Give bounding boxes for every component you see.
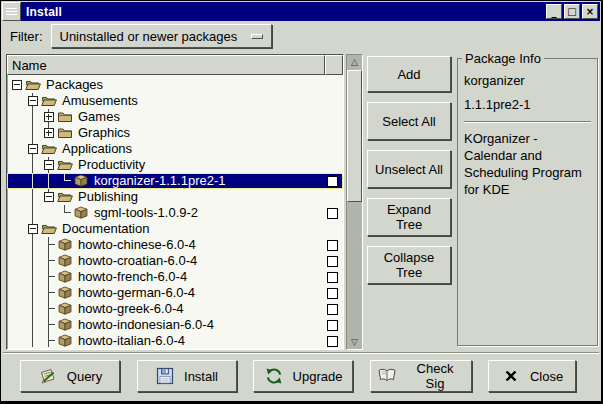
expand-expander-icon[interactable] (41, 125, 57, 141)
scrollbar-thumb[interactable] (347, 70, 362, 202)
close-button[interactable]: Close (488, 360, 576, 392)
tree-indent (9, 301, 57, 317)
bottom-bar: Query Install Upgrade Check Sig Close (1, 359, 601, 393)
window-menu-button[interactable] (2, 2, 21, 21)
tree-row[interactable]: Applications (7, 141, 343, 157)
tree-row[interactable]: korganizer-1.1.1pre2-1 (7, 173, 343, 189)
package-checkbox[interactable] (327, 288, 338, 299)
tree-row[interactable]: howto-german-6.0-4 (7, 285, 343, 301)
tree-row-label: howto-german-6.0-4 (76, 285, 197, 301)
package-tree-panel: Name Packages Amusements Games Graphics … (6, 54, 344, 350)
collapse-expander-icon[interactable] (41, 157, 57, 173)
package-checkbox[interactable] (327, 176, 338, 187)
tree-header: Name (7, 55, 343, 75)
package-checkbox[interactable] (327, 272, 338, 283)
tree-indent (9, 317, 57, 333)
folder-open-icon (57, 189, 73, 205)
maximize-icon: □ (567, 6, 576, 17)
tree-row-label: Packages (44, 77, 105, 93)
package-checkbox[interactable] (327, 256, 338, 267)
unselect-all-button[interactable]: Unselect All (367, 150, 451, 188)
add-button[interactable]: Add (367, 56, 451, 92)
titlebar-blue-area: Install _□× (21, 2, 600, 21)
side-buttons: AddSelect AllUnselect AllExpand TreeColl… (367, 56, 451, 284)
tree-row[interactable]: howto-greek-6.0-4 (7, 301, 343, 317)
tree-connector (41, 317, 57, 333)
tree-row[interactable]: Publishing (7, 189, 343, 205)
package-icon (57, 317, 73, 333)
tree-indent (9, 285, 57, 301)
tree-row[interactable]: Documentation (7, 221, 343, 237)
column-header-checkbox[interactable] (325, 55, 343, 75)
tree-row[interactable]: Productivity (7, 157, 343, 173)
tree-row[interactable]: howto-italian-6.0-4 (7, 333, 343, 347)
collapse-expander-icon[interactable] (25, 141, 41, 157)
package-name: korganizer (464, 73, 591, 88)
tree-row-label: howto-indonesian-6.0-4 (76, 317, 216, 333)
column-header-name[interactable]: Name (7, 55, 325, 75)
collapse-expander-icon[interactable] (25, 93, 41, 109)
tree-indent (9, 237, 57, 253)
package-icon (73, 173, 89, 189)
filter-dropdown[interactable]: Uninstalled or newer packages (51, 24, 273, 48)
close-button[interactable]: × (582, 4, 598, 19)
tree-connector (41, 333, 57, 347)
minimize-button[interactable]: _ (546, 4, 562, 19)
tree-row[interactable]: howto-croatian-6.0-4 (7, 253, 343, 269)
menu-icon (6, 6, 17, 17)
package-icon (73, 205, 89, 221)
package-checkbox[interactable] (327, 240, 338, 251)
tree-row[interactable]: Packages (7, 77, 343, 93)
tree-row[interactable]: howto-chinese-6.0-4 (7, 237, 343, 253)
tree-row-label: Games (76, 109, 122, 125)
tree-indent (9, 141, 41, 157)
collapse-tree-button[interactable]: Collapse Tree (367, 246, 451, 284)
package-checkbox[interactable] (327, 336, 338, 347)
upgrade-arrows-icon (264, 366, 284, 386)
tree-indent (9, 93, 41, 109)
tree-row[interactable]: Graphics (7, 125, 343, 141)
install-button[interactable]: Install (137, 360, 237, 392)
tree-row-label: Publishing (76, 189, 140, 205)
tree-row[interactable]: Games (7, 109, 343, 125)
expand-expander-icon[interactable] (41, 109, 57, 125)
package-info-panel: Package Info korganizer 1.1.1pre2-1 KOrg… (457, 58, 598, 346)
tree-row[interactable]: howto-french-6.0-4 (7, 269, 343, 285)
package-checkbox[interactable] (327, 304, 338, 315)
upgrade-button[interactable]: Upgrade (253, 360, 353, 392)
tree-row[interactable]: sgml-tools-1.0.9-2 (7, 205, 343, 221)
scroll-up-button[interactable]: △ (347, 55, 362, 69)
tree-indent (9, 109, 57, 125)
tree-indent (9, 157, 57, 173)
tree-indent (9, 253, 57, 269)
tree-indent (9, 77, 25, 93)
expand-tree-button[interactable]: Expand Tree (367, 198, 451, 236)
collapse-expander-icon[interactable] (9, 77, 25, 93)
package-checkbox[interactable] (327, 320, 338, 331)
package-icon (57, 285, 73, 301)
folder-open-icon (41, 141, 57, 157)
tree-row-label: Amusements (60, 93, 140, 109)
tree-row-label: sgml-tools-1.0.9-2 (92, 205, 200, 221)
tree-row[interactable]: howto-indonesian-6.0-4 (7, 317, 343, 333)
close-x-icon (501, 366, 521, 386)
package-checkbox[interactable] (327, 208, 338, 219)
install-window: Install _□× Filter: Uninstalled or newer… (0, 0, 603, 404)
check-sig-button[interactable]: Check Sig (370, 360, 472, 392)
tree-row[interactable]: Amusements (7, 93, 343, 109)
collapse-expander-icon[interactable] (41, 189, 57, 205)
collapse-expander-icon[interactable] (25, 221, 41, 237)
select-all-button[interactable]: Select All (367, 102, 451, 140)
tree-indent (9, 125, 57, 141)
tree-row-label: korganizer-1.1.1pre2-1 (92, 173, 228, 189)
minimize-icon: _ (552, 6, 557, 17)
scroll-down-button[interactable]: ▽ (347, 335, 362, 349)
tree-row-label: howto-italian-6.0-4 (76, 333, 187, 347)
folder-open-icon (41, 221, 57, 237)
folder-closed-icon (57, 109, 73, 125)
tree-indent (9, 173, 73, 189)
maximize-button[interactable]: □ (564, 4, 580, 19)
query-button[interactable]: Query (20, 360, 120, 392)
tree-indent (9, 221, 41, 237)
folder-open-icon (57, 157, 73, 173)
